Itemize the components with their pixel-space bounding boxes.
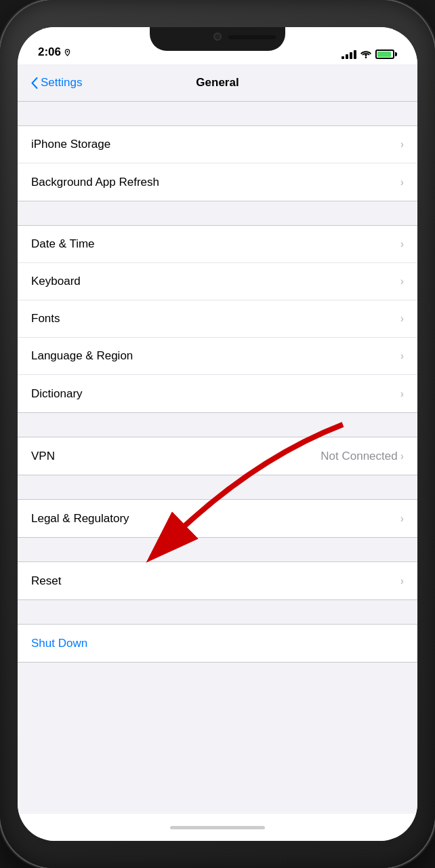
reset-label: Reset	[31, 574, 400, 588]
settings-content[interactable]: iPhone Storage › Background App Refresh …	[18, 102, 417, 814]
legal-right: ›	[400, 513, 404, 525]
back-chevron-icon	[31, 77, 38, 89]
language-region-row[interactable]: Language & Region ›	[18, 338, 417, 375]
chevron-icon: ›	[400, 350, 404, 362]
legal-regulatory-row[interactable]: Legal & Regulatory ›	[18, 500, 417, 537]
reset-right: ›	[400, 575, 404, 587]
datetime-group: Date & Time › Keyboard › Fonts ›	[18, 225, 417, 413]
fonts-label: Fonts	[31, 312, 400, 326]
gap-2	[18, 413, 417, 437]
date-time-row[interactable]: Date & Time ›	[18, 226, 417, 263]
reset-group: Reset ›	[18, 561, 417, 600]
time-display: 2:06	[38, 45, 61, 59]
chevron-icon: ›	[400, 238, 404, 250]
background-app-refresh-label: Background App Refresh	[31, 176, 400, 189]
chevron-icon: ›	[400, 138, 404, 151]
dictionary-right: ›	[400, 388, 404, 400]
gap-4	[18, 538, 417, 561]
shutdown-group: Shut Down	[18, 624, 417, 663]
chevron-icon: ›	[400, 513, 404, 525]
svg-point-1	[365, 56, 367, 58]
phone-frame: 2:06	[0, 0, 435, 868]
legal-group: Legal & Regulatory ›	[18, 499, 417, 538]
wifi-icon	[360, 50, 371, 58]
page-title: General	[196, 76, 239, 90]
keyboard-right: ›	[400, 275, 404, 288]
annotation-container: Legal & Regulatory › Reset ›	[18, 499, 417, 600]
chevron-icon: ›	[400, 575, 404, 587]
storage-group: iPhone Storage › Background App Refresh …	[18, 125, 417, 201]
phone-screen: 2:06	[18, 27, 417, 841]
dictionary-row[interactable]: Dictionary ›	[18, 375, 417, 412]
shut-down-label: Shut Down	[31, 637, 404, 650]
vpn-right: Not Connected ›	[320, 450, 404, 463]
chevron-icon: ›	[400, 388, 404, 400]
home-bar	[18, 814, 417, 841]
background-app-refresh-row[interactable]: Background App Refresh ›	[18, 163, 417, 201]
chevron-icon: ›	[400, 176, 404, 189]
keyboard-row[interactable]: Keyboard ›	[18, 263, 417, 300]
background-app-refresh-right: ›	[400, 176, 404, 189]
svg-point-0	[66, 50, 68, 52]
dictionary-label: Dictionary	[31, 387, 400, 401]
top-gap	[18, 102, 417, 125]
gap-1	[18, 201, 417, 225]
reset-row[interactable]: Reset ›	[18, 562, 417, 599]
back-label: Settings	[41, 76, 82, 90]
iphone-storage-row[interactable]: iPhone Storage ›	[18, 126, 417, 163]
gap-3	[18, 475, 417, 499]
notch	[150, 27, 285, 51]
status-time: 2:06	[38, 45, 71, 59]
date-time-label: Date & Time	[31, 237, 400, 251]
status-icons	[341, 50, 397, 59]
signal-icon	[341, 50, 356, 59]
fonts-row[interactable]: Fonts ›	[18, 300, 417, 338]
home-indicator	[170, 826, 265, 829]
battery-icon	[375, 50, 397, 59]
back-button[interactable]: Settings	[31, 76, 82, 90]
chevron-icon: ›	[400, 313, 404, 325]
nav-bar: Settings General	[18, 64, 417, 102]
shut-down-row[interactable]: Shut Down	[18, 625, 417, 662]
chevron-icon: ›	[400, 275, 404, 288]
language-region-label: Language & Region	[31, 349, 400, 363]
date-time-right: ›	[400, 238, 404, 250]
keyboard-label: Keyboard	[31, 275, 400, 288]
iphone-storage-label: iPhone Storage	[31, 138, 400, 151]
chevron-icon: ›	[400, 450, 404, 462]
bottom-gap	[18, 663, 417, 686]
vpn-group: VPN Not Connected ›	[18, 437, 417, 475]
gap-5	[18, 600, 417, 624]
vpn-row[interactable]: VPN Not Connected ›	[18, 437, 417, 475]
iphone-storage-right: ›	[400, 138, 404, 151]
fonts-right: ›	[400, 313, 404, 325]
location-icon	[64, 49, 71, 56]
language-region-right: ›	[400, 350, 404, 362]
legal-regulatory-label: Legal & Regulatory	[31, 512, 400, 526]
vpn-label: VPN	[31, 450, 320, 463]
vpn-value: Not Connected	[320, 450, 397, 463]
